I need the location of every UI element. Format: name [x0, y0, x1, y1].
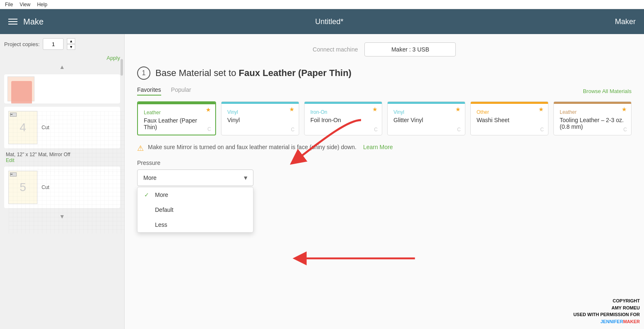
- material-card-5[interactable]: ★ Leather Tooling Leather – 2-3 oz. (0.8…: [553, 101, 632, 135]
- project-copies-label: Project copies:: [4, 41, 39, 47]
- svg-rect-1: [9, 171, 125, 233]
- menu-help[interactable]: Help: [37, 2, 47, 7]
- mat-grid-5-icon: [9, 171, 125, 233]
- sidebar-scrollbar: [120, 34, 123, 329]
- pressure-dropdown-menu: ✓ More Default Less: [137, 187, 253, 233]
- main-layout: Project copies: ▲ ▼ Apply ▲ ✂ 4: [0, 34, 644, 329]
- card-name-3: Glitter Vinyl: [393, 117, 459, 123]
- main-content: Connect machine Maker : 3 USB 1 Base Mat…: [125, 34, 644, 329]
- sidebar-scrollbar-thumb[interactable]: [120, 59, 123, 76]
- project-copies-row: Project copies: ▲ ▼: [4, 38, 120, 50]
- mat-item-5: ✂ 5 Cut: [4, 167, 120, 208]
- star-icon-2: ★: [372, 106, 378, 113]
- card-c-icon-4: C: [540, 127, 544, 133]
- card-name-0: Faux Leather (Paper Thin): [144, 117, 209, 130]
- check-icon: ✓: [144, 192, 151, 198]
- card-bar-3: [388, 102, 465, 104]
- pressure-label: Pressure: [137, 160, 632, 166]
- card-c-icon-1: C: [291, 127, 295, 133]
- tabs: Favorites Popular: [137, 86, 191, 96]
- learn-more-link[interactable]: Learn More: [363, 144, 393, 150]
- material-card-4[interactable]: ★ Other Washi Sheet C: [470, 101, 548, 135]
- card-category-1: Vinyl: [227, 109, 293, 115]
- card-bar-1: [221, 102, 299, 104]
- material-card-1[interactable]: ★ Vinyl Vinyl C: [221, 101, 299, 135]
- warning-icon: ⚠: [137, 144, 144, 153]
- header-left: Make: [8, 17, 44, 27]
- material-cards: ★ Leather Faux Leather (Paper Thin) C ★ …: [137, 101, 632, 135]
- pressure-option-default[interactable]: Default: [138, 202, 253, 217]
- warning-row: ⚠ Make sure Mirror is turned on and faux…: [137, 144, 632, 153]
- pressure-dropdown-trigger[interactable]: More ▼: [137, 169, 253, 186]
- star-icon-1: ★: [289, 106, 295, 113]
- menu-view[interactable]: View: [20, 2, 30, 7]
- tabs-row: Favorites Popular Browse All Materials: [137, 86, 632, 96]
- card-name-5: Tooling Leather – 2-3 oz. (0.8 mm): [560, 117, 625, 130]
- make-label: Make: [23, 17, 44, 27]
- machine-bar: Connect machine Maker : 3 USB: [137, 42, 632, 56]
- card-category-2: Iron-On: [310, 109, 376, 115]
- pressure-option-less[interactable]: Less: [138, 217, 253, 232]
- material-card-3[interactable]: ★ Vinyl Glitter Vinyl C: [387, 101, 465, 135]
- document-title: Untitled*: [315, 17, 343, 26]
- card-c-icon-3: C: [457, 127, 461, 133]
- star-icon-4: ★: [538, 106, 544, 113]
- mat-item-4: ✂ 4 Cut: [4, 107, 120, 148]
- card-c-icon-2: C: [374, 127, 378, 133]
- scroll-up-arrow[interactable]: ▲: [4, 62, 120, 72]
- pressure-select-wrapper: More ▼ ✓ More Default Less: [137, 169, 253, 186]
- copyright: COPYRIGHT AMY ROMEU USED WITH PERMISSION…: [573, 297, 640, 325]
- material-card-2[interactable]: ★ Iron-On Foil Iron-On C: [304, 101, 382, 135]
- card-bar-2: [305, 102, 382, 104]
- card-bar-4: [471, 102, 548, 104]
- hamburger-icon[interactable]: [8, 19, 17, 25]
- mat-preview-5: ✂ 5: [8, 171, 37, 204]
- tab-popular[interactable]: Popular: [171, 86, 191, 96]
- card-name-2: Foil Iron-On: [310, 117, 376, 123]
- menu-bar: File View Help: [0, 0, 644, 9]
- browse-all-materials-link[interactable]: Browse All Materials: [583, 88, 632, 94]
- star-icon-0: ★: [206, 106, 211, 113]
- warning-text: Make sure Mirror is turned on and faux l…: [148, 144, 356, 150]
- svg-rect-0: [9, 111, 125, 174]
- connect-machine-label: Connect machine: [313, 46, 358, 53]
- arrow-2-annotation: [291, 238, 424, 279]
- header: Make Untitled* Maker: [0, 9, 644, 34]
- machine-mode-label: Maker: [615, 17, 636, 26]
- copies-spinner: ▲ ▼: [67, 38, 75, 50]
- material-card-0[interactable]: ★ Leather Faux Leather (Paper Thin) C: [137, 101, 216, 135]
- card-category-0: Leather: [144, 110, 209, 115]
- star-icon-3: ★: [455, 106, 461, 113]
- card-category-4: Other: [477, 109, 542, 115]
- card-category-5: Leather: [560, 109, 625, 115]
- mat-grid-icon: [9, 111, 125, 174]
- card-name-1: Vinyl: [227, 117, 293, 123]
- mat-preview-4: ✂ 4: [8, 111, 37, 144]
- step1-title: Base Material set to Faux Leather (Paper…: [155, 68, 351, 79]
- menu-file[interactable]: File: [5, 2, 13, 7]
- sidebar: Project copies: ▲ ▼ Apply ▲ ✂ 4: [0, 34, 125, 329]
- card-c-icon-0: C: [207, 126, 211, 132]
- copies-down-button[interactable]: ▼: [67, 44, 75, 50]
- chevron-down-icon: ▼: [243, 174, 248, 181]
- card-bar-0: [138, 102, 215, 104]
- copies-up-button[interactable]: ▲: [67, 38, 75, 44]
- card-name-4: Washi Sheet: [477, 117, 542, 123]
- card-c-icon-5: C: [623, 127, 627, 133]
- card-category-3: Vinyl: [393, 109, 459, 115]
- step1-circle: 1: [137, 66, 150, 80]
- card-bar-5: [554, 102, 631, 104]
- step1-header: 1 Base Material set to Faux Leather (Pap…: [137, 66, 632, 80]
- pressure-option-more[interactable]: ✓ More: [138, 187, 253, 202]
- tab-favorites[interactable]: Favorites: [137, 86, 161, 96]
- machine-selector[interactable]: Maker : 3 USB: [364, 42, 456, 56]
- star-icon-5: ★: [622, 106, 627, 113]
- copies-input[interactable]: [43, 38, 64, 50]
- apply-button[interactable]: Apply: [4, 54, 120, 62]
